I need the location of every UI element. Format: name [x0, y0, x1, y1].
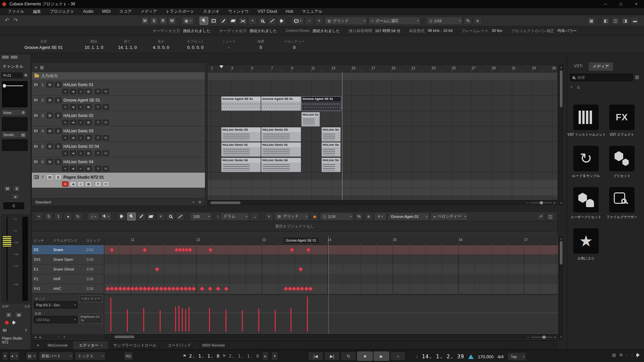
erase-tool[interactable] [147, 213, 155, 221]
scroll-up-icon[interactable]: ▴ [559, 65, 563, 69]
left-zone-toggle-icon[interactable]: ◧ [601, 17, 610, 25]
record-enable-icon[interactable] [5, 320, 9, 325]
info-field-value[interactable]: 4. 0. 0. 0 [153, 45, 169, 50]
zoom-out-icon[interactable]: − [58, 335, 60, 339]
velocity-bar[interactable] [159, 310, 161, 331]
menu-item[interactable]: スコア [115, 9, 136, 14]
info-field[interactable]: 終了 14. 1. 1. 0 [111, 36, 144, 53]
menu-item[interactable]: スタジオ [199, 9, 224, 14]
zoom-out-icon[interactable]: − [526, 201, 528, 205]
media-tile-icon[interactable] [573, 187, 599, 213]
controller-lane-dropdown[interactable]: ●ベロシティー [430, 213, 468, 221]
midi-part[interactable]: HALion So [321, 127, 341, 142]
main-volume-icon[interactable] [636, 354, 638, 356]
info-field-value[interactable]: - [228, 45, 229, 50]
status-item[interactable]: フレームレート 30 fps [461, 28, 502, 34]
zoom-slider[interactable] [531, 337, 552, 338]
velocity-lane[interactable] [104, 294, 558, 334]
play-tool[interactable] [277, 17, 286, 25]
scroll-left-icon[interactable]: ◂ [35, 335, 36, 339]
info-field[interactable]: 開始 10. 1. 1. 0 [77, 36, 111, 53]
record-arm-button[interactable]: ● [62, 104, 68, 110]
track-row[interactable]: 2 M S Groove Agent SE 01 ● ◀ e ▦ R W [32, 96, 205, 111]
drum-snap-value[interactable]: 1/16 [84, 277, 102, 281]
edit-instrument-button[interactable]: e [77, 181, 84, 187]
right-locator-icon[interactable]: ⚑ [222, 354, 226, 358]
info-field-value[interactable]: 0. 0. 0. 0 [187, 45, 204, 50]
editor-vscrollbar[interactable]: ▴ ▾ [559, 236, 563, 339]
drum-sound-row[interactable]: F#1 HHC 1/16 [32, 284, 104, 294]
draw-tool[interactable] [219, 17, 228, 25]
tap-tempo-button[interactable]: Tap [507, 352, 526, 361]
monitor-button[interactable]: ◀ [70, 89, 76, 94]
inserts-slots[interactable] [2, 117, 28, 131]
read-automation-button[interactable]: R [95, 120, 101, 125]
snap-toggle-icon[interactable]: × [315, 17, 323, 25]
velocity-bar[interactable] [110, 298, 111, 331]
midi-part[interactable]: HALion Sonic 04 [261, 158, 301, 172]
midi-keyboard-icon[interactable]: ▤ [612, 353, 616, 357]
track-mute-button[interactable]: M [47, 143, 53, 149]
pin-icon[interactable]: + [35, 213, 43, 221]
drumstick-tool[interactable] [137, 213, 146, 221]
editor-ruler[interactable]: 11121314151617 [104, 236, 558, 245]
preset-gear-icon[interactable]: ⚙ [198, 200, 202, 204]
track-name[interactable]: Groove Agent SE 01 [63, 98, 100, 103]
track-mute-button[interactable]: M [47, 113, 53, 118]
menu-item[interactable]: ウィンドウ [224, 9, 253, 14]
velocity-bar[interactable] [126, 309, 128, 331]
scroll-down-icon[interactable]: ▾ [559, 335, 563, 339]
zoom-in-icon[interactable]: + [553, 201, 555, 205]
channel-track-name[interactable]: Piapro Studio NT2 [2, 337, 29, 345]
sends-slots[interactable] [2, 139, 28, 151]
velocity-bar[interactable] [181, 308, 183, 331]
read-automation-button[interactable]: R [95, 181, 101, 187]
track-mute-button[interactable]: M [47, 82, 53, 87]
menu-item[interactable]: MIDI [98, 9, 115, 14]
locator-marker-icon[interactable] [219, 65, 223, 68]
track-preset-name[interactable]: Standard [35, 200, 51, 204]
hscroll-thumb[interactable] [210, 201, 240, 204]
cycle-button[interactable]: ↻ [341, 352, 356, 361]
insert-state-icon[interactable]: ▦ [85, 150, 92, 156]
lower-zone-tab[interactable]: エディター [73, 341, 108, 350]
hscroll-thumb[interactable] [114, 336, 135, 338]
velocity-bar[interactable] [225, 309, 226, 331]
snap-toggle-icon[interactable]: × [265, 213, 273, 221]
lower-zone-toggle-icon[interactable]: ◫ [611, 17, 620, 25]
read-automation-button[interactable]: R [95, 104, 101, 110]
track-mute-button[interactable]: M [47, 159, 53, 165]
maximize-button[interactable]: □ [613, 0, 629, 8]
drum-select-tool[interactable] [127, 213, 136, 221]
media-tile[interactable]: お気に入り [573, 228, 599, 261]
info-field[interactable]: オフセット 0. 0. 0. 0 [178, 36, 213, 53]
drum-sound-row[interactable]: E1 Snare Ghost 1/16 [32, 264, 104, 274]
fader-level-value[interactable]: -2.07 [1, 304, 9, 308]
read-automation-button[interactable]: R [95, 135, 101, 140]
scroll-right-icon[interactable]: ▸ [40, 335, 41, 339]
insert-state-icon[interactable]: ▦ [85, 104, 92, 110]
quantize-panel-icon[interactable]: e [473, 17, 482, 25]
object-selection-tool[interactable] [200, 17, 208, 25]
time-signature-value[interactable]: 4/4 [497, 354, 503, 359]
tempo-value[interactable]: 170.000 [478, 354, 493, 359]
split-tool[interactable] [238, 17, 247, 25]
read-all-button[interactable]: R [159, 17, 167, 25]
menu-item[interactable]: ファイル [3, 9, 29, 14]
midi-part[interactable]: HALion Sc [301, 112, 320, 127]
io-folder-row[interactable]: 入力/出力 [32, 72, 205, 80]
column-pitch[interactable]: ピッチ [32, 238, 51, 243]
editor-cursor[interactable] [328, 236, 329, 334]
vscroll-thumb[interactable] [560, 70, 562, 107]
media-tile-icon[interactable] [573, 105, 599, 130]
goto-previous-marker-button[interactable]: |◀ [308, 352, 323, 361]
menu-item[interactable]: 編集 [29, 9, 45, 14]
read-automation-button[interactable]: R [95, 150, 101, 156]
length-quantize-icon[interactable]: ◆ [310, 213, 319, 221]
line-tool[interactable] [268, 17, 276, 25]
track-input-button[interactable]: ▤▾ [26, 352, 37, 360]
monitor-icon[interactable] [12, 321, 14, 324]
menu-item[interactable]: VST Cloud [253, 9, 281, 14]
transport-expand-icon[interactable]: ▾ [2, 352, 8, 360]
close-lower-zone-icon[interactable]: × [34, 343, 42, 348]
